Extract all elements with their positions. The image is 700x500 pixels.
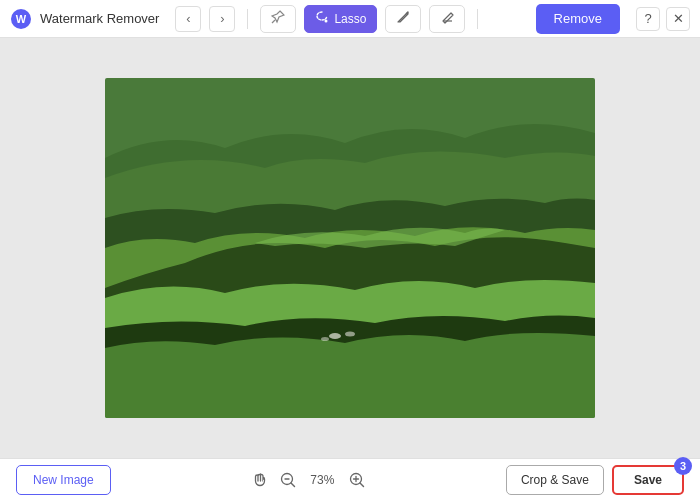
svg-point-3 [325,20,328,23]
zoom-in-button[interactable] [346,469,368,491]
titlebar: W Watermark Remover ‹ › Lasso [0,0,700,38]
hand-icon [251,471,269,489]
lasso-label: Lasso [334,12,366,26]
landscape-image [105,78,595,418]
svg-point-7 [345,332,355,337]
main-canvas-area [0,38,700,458]
forward-button[interactable]: › [209,6,235,32]
save-button[interactable]: Save [612,465,684,495]
pen-tool-button[interactable] [385,5,421,33]
zoom-in-icon [348,471,366,489]
divider-1 [247,9,248,29]
svg-line-2 [272,20,275,23]
zoom-level-display: 73% [305,473,340,487]
new-image-button[interactable]: New Image [16,465,111,495]
svg-line-15 [360,483,364,487]
svg-point-8 [321,337,329,341]
back-button[interactable]: ‹ [175,6,201,32]
window-controls: ? ✕ [636,7,690,31]
zoom-out-button[interactable] [277,469,299,491]
app-logo-icon: W [10,8,32,30]
svg-point-6 [329,333,341,339]
lasso-tool-button[interactable]: Lasso [304,5,377,33]
save-button-wrapper: Save 3 [612,465,684,495]
zoom-out-icon [279,471,297,489]
app-title: Watermark Remover [40,11,159,26]
bottom-bar: New Image 73% Crop & Save [0,458,700,500]
lasso-icon [315,10,329,27]
eraser-icon [440,10,454,27]
save-badge: 3 [674,457,692,475]
divider-2 [477,9,478,29]
pin-tool-button[interactable] [260,5,296,33]
crop-save-button[interactable]: Crop & Save [506,465,604,495]
zoom-controls: 73% [111,469,506,491]
help-button[interactable]: ? [636,7,660,31]
pin-icon [271,10,285,27]
close-button[interactable]: ✕ [666,7,690,31]
svg-text:W: W [16,13,27,25]
hand-tool-button[interactable] [249,469,271,491]
image-container[interactable] [105,78,595,418]
pen-icon [396,10,410,27]
remove-button[interactable]: Remove [536,4,620,34]
right-actions: Crop & Save Save 3 [506,465,684,495]
svg-line-11 [291,483,295,487]
eraser-tool-button[interactable] [429,5,465,33]
